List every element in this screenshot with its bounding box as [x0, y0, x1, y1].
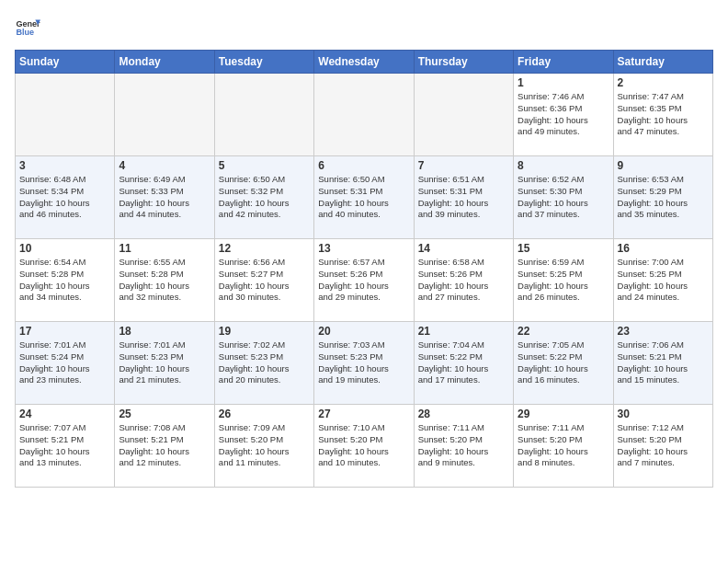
- day-number: 19: [219, 325, 310, 338]
- calendar-day-cell: 8Sunrise: 6:52 AM Sunset: 5:30 PM Daylig…: [514, 156, 613, 239]
- day-info: Sunrise: 6:50 AM Sunset: 5:31 PM Dayligh…: [318, 174, 409, 221]
- logo-icon: General Blue: [15, 15, 40, 40]
- day-of-week-header: Sunday: [16, 51, 115, 74]
- calendar-day-cell: 7Sunrise: 6:51 AM Sunset: 5:31 PM Daylig…: [414, 156, 513, 239]
- day-number: 9: [618, 159, 709, 172]
- calendar-day-cell: 23Sunrise: 7:06 AM Sunset: 5:21 PM Dayli…: [613, 322, 712, 405]
- day-number: 8: [518, 159, 609, 172]
- day-info: Sunrise: 7:09 AM Sunset: 5:20 PM Dayligh…: [219, 422, 310, 469]
- calendar-day-cell: 17Sunrise: 7:01 AM Sunset: 5:24 PM Dayli…: [16, 322, 115, 405]
- day-info: Sunrise: 7:01 AM Sunset: 5:24 PM Dayligh…: [19, 339, 110, 386]
- day-info: Sunrise: 7:11 AM Sunset: 5:20 PM Dayligh…: [518, 422, 609, 469]
- day-of-week-header: Monday: [115, 51, 214, 74]
- day-number: 18: [119, 325, 210, 338]
- day-info: Sunrise: 7:03 AM Sunset: 5:23 PM Dayligh…: [318, 339, 409, 386]
- calendar-day-cell: 10Sunrise: 6:54 AM Sunset: 5:28 PM Dayli…: [16, 239, 115, 322]
- calendar-day-cell: 26Sunrise: 7:09 AM Sunset: 5:20 PM Dayli…: [214, 405, 313, 488]
- calendar-day-cell: 4Sunrise: 6:49 AM Sunset: 5:33 PM Daylig…: [115, 156, 214, 239]
- calendar-day-cell: 12Sunrise: 6:56 AM Sunset: 5:27 PM Dayli…: [214, 239, 313, 322]
- calendar-day-cell: 15Sunrise: 6:59 AM Sunset: 5:25 PM Dayli…: [514, 239, 613, 322]
- day-info: Sunrise: 6:55 AM Sunset: 5:28 PM Dayligh…: [119, 257, 210, 304]
- calendar-day-cell: 27Sunrise: 7:10 AM Sunset: 5:20 PM Dayli…: [314, 405, 414, 488]
- calendar-day-cell: 30Sunrise: 7:12 AM Sunset: 5:20 PM Dayli…: [613, 405, 712, 488]
- day-of-week-header: Thursday: [414, 51, 513, 74]
- day-info: Sunrise: 7:02 AM Sunset: 5:23 PM Dayligh…: [219, 339, 310, 386]
- day-info: Sunrise: 6:59 AM Sunset: 5:25 PM Dayligh…: [518, 257, 609, 304]
- day-info: Sunrise: 7:11 AM Sunset: 5:20 PM Dayligh…: [418, 422, 509, 469]
- day-number: 25: [119, 408, 210, 420]
- calendar-day-cell: 6Sunrise: 6:50 AM Sunset: 5:31 PM Daylig…: [314, 156, 414, 239]
- day-number: 5: [219, 159, 310, 172]
- calendar-table: SundayMondayTuesdayWednesdayThursdayFrid…: [15, 50, 713, 488]
- day-number: 6: [318, 159, 409, 172]
- calendar-day-cell: 22Sunrise: 7:05 AM Sunset: 5:22 PM Dayli…: [514, 322, 613, 405]
- day-number: 3: [19, 159, 110, 172]
- calendar-day-cell: 3Sunrise: 6:48 AM Sunset: 5:34 PM Daylig…: [16, 156, 115, 239]
- calendar-day-cell: 16Sunrise: 7:00 AM Sunset: 5:25 PM Dayli…: [613, 239, 712, 322]
- day-info: Sunrise: 7:08 AM Sunset: 5:21 PM Dayligh…: [119, 422, 210, 469]
- day-of-week-header: Friday: [514, 51, 613, 74]
- day-number: 23: [618, 325, 709, 338]
- day-number: 30: [618, 408, 709, 420]
- calendar-day-cell: [314, 74, 414, 156]
- day-number: 15: [518, 242, 609, 255]
- calendar-day-cell: 24Sunrise: 7:07 AM Sunset: 5:21 PM Dayli…: [16, 405, 115, 488]
- day-number: 20: [318, 325, 409, 338]
- day-number: 14: [418, 242, 509, 255]
- day-number: 12: [219, 242, 310, 255]
- day-info: Sunrise: 7:06 AM Sunset: 5:21 PM Dayligh…: [618, 339, 709, 386]
- day-info: Sunrise: 7:00 AM Sunset: 5:25 PM Dayligh…: [618, 257, 709, 304]
- page-header: General Blue: [15, 15, 713, 40]
- calendar-day-cell: 29Sunrise: 7:11 AM Sunset: 5:20 PM Dayli…: [514, 405, 613, 488]
- calendar-week-row: 10Sunrise: 6:54 AM Sunset: 5:28 PM Dayli…: [16, 239, 713, 322]
- day-info: Sunrise: 7:10 AM Sunset: 5:20 PM Dayligh…: [318, 422, 409, 469]
- day-of-week-header: Tuesday: [214, 51, 313, 74]
- day-number: 17: [19, 325, 110, 338]
- day-number: 26: [219, 408, 310, 420]
- day-number: 2: [618, 76, 709, 89]
- day-number: 27: [318, 408, 409, 420]
- day-info: Sunrise: 6:50 AM Sunset: 5:32 PM Dayligh…: [219, 174, 310, 221]
- calendar-day-cell: 13Sunrise: 6:57 AM Sunset: 5:26 PM Dayli…: [314, 239, 414, 322]
- calendar-day-cell: 20Sunrise: 7:03 AM Sunset: 5:23 PM Dayli…: [314, 322, 414, 405]
- day-info: Sunrise: 6:58 AM Sunset: 5:26 PM Dayligh…: [418, 257, 509, 304]
- calendar-day-cell: 18Sunrise: 7:01 AM Sunset: 5:23 PM Dayli…: [115, 322, 214, 405]
- day-number: 22: [518, 325, 609, 338]
- calendar-week-row: 24Sunrise: 7:07 AM Sunset: 5:21 PM Dayli…: [16, 405, 713, 488]
- svg-text:Blue: Blue: [16, 28, 34, 37]
- calendar-day-cell: [214, 74, 313, 156]
- day-info: Sunrise: 6:54 AM Sunset: 5:28 PM Dayligh…: [19, 257, 110, 304]
- day-info: Sunrise: 6:57 AM Sunset: 5:26 PM Dayligh…: [318, 257, 409, 304]
- day-number: 11: [119, 242, 210, 255]
- calendar-day-cell: 21Sunrise: 7:04 AM Sunset: 5:22 PM Dayli…: [414, 322, 513, 405]
- day-info: Sunrise: 6:53 AM Sunset: 5:29 PM Dayligh…: [618, 174, 709, 221]
- day-info: Sunrise: 7:04 AM Sunset: 5:22 PM Dayligh…: [418, 339, 509, 386]
- day-number: 4: [119, 159, 210, 172]
- calendar-day-cell: 28Sunrise: 7:11 AM Sunset: 5:20 PM Dayli…: [414, 405, 513, 488]
- calendar-week-row: 1Sunrise: 7:46 AM Sunset: 6:36 PM Daylig…: [16, 74, 713, 156]
- calendar-day-cell: [115, 74, 214, 156]
- day-info: Sunrise: 6:48 AM Sunset: 5:34 PM Dayligh…: [19, 174, 110, 221]
- calendar-day-cell: [414, 74, 513, 156]
- day-number: 28: [418, 408, 509, 420]
- calendar-day-cell: 11Sunrise: 6:55 AM Sunset: 5:28 PM Dayli…: [115, 239, 214, 322]
- day-number: 10: [19, 242, 110, 255]
- day-number: 21: [418, 325, 509, 338]
- day-number: 13: [318, 242, 409, 255]
- calendar-week-row: 17Sunrise: 7:01 AM Sunset: 5:24 PM Dayli…: [16, 322, 713, 405]
- calendar-day-cell: 14Sunrise: 6:58 AM Sunset: 5:26 PM Dayli…: [414, 239, 513, 322]
- day-info: Sunrise: 7:07 AM Sunset: 5:21 PM Dayligh…: [19, 422, 110, 469]
- day-info: Sunrise: 7:01 AM Sunset: 5:23 PM Dayligh…: [119, 339, 210, 386]
- calendar-day-cell: 1Sunrise: 7:46 AM Sunset: 6:36 PM Daylig…: [514, 74, 613, 156]
- calendar-day-cell: 5Sunrise: 6:50 AM Sunset: 5:32 PM Daylig…: [214, 156, 313, 239]
- calendar-day-cell: [16, 74, 115, 156]
- day-info: Sunrise: 7:46 AM Sunset: 6:36 PM Dayligh…: [518, 91, 609, 138]
- day-info: Sunrise: 6:49 AM Sunset: 5:33 PM Dayligh…: [119, 174, 210, 221]
- calendar-day-cell: 2Sunrise: 7:47 AM Sunset: 6:35 PM Daylig…: [613, 74, 712, 156]
- day-number: 24: [19, 408, 110, 420]
- calendar-day-cell: 25Sunrise: 7:08 AM Sunset: 5:21 PM Dayli…: [115, 405, 214, 488]
- logo: General Blue: [15, 15, 40, 40]
- day-number: 29: [518, 408, 609, 420]
- day-info: Sunrise: 7:12 AM Sunset: 5:20 PM Dayligh…: [618, 422, 709, 469]
- day-number: 16: [618, 242, 709, 255]
